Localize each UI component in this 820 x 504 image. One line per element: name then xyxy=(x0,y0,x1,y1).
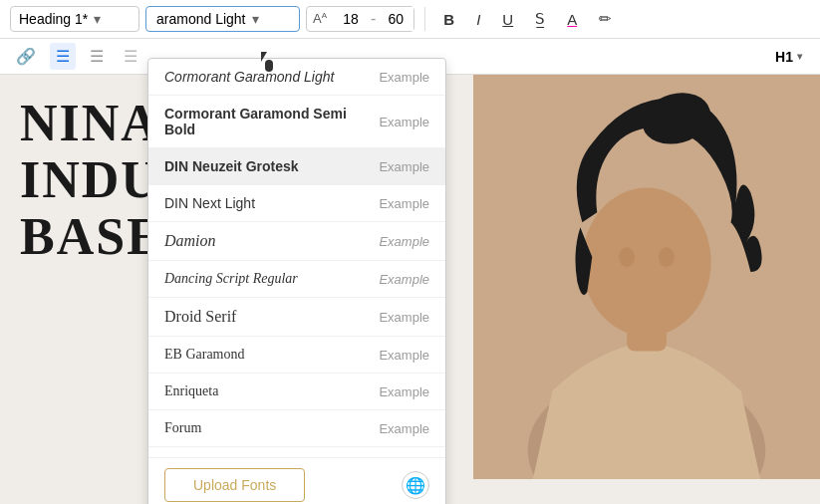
font-example-din-next: Example xyxy=(379,196,429,211)
h1-label: H1 xyxy=(775,49,793,65)
font-example-droid: Example xyxy=(379,310,429,325)
font-example-dancing: Example xyxy=(379,272,429,287)
font-name-enriqueta: Enriqueta xyxy=(164,383,218,399)
font-example-eb: Example xyxy=(379,348,429,363)
font-example-damion: Example xyxy=(379,234,429,249)
font-name-cormorant-semi: Cormorant Garamond Semi Bold xyxy=(164,106,379,137)
font-size-left-input[interactable]: 18 xyxy=(333,7,369,31)
h1-container: H1 ▾ xyxy=(767,45,810,69)
font-item-forum[interactable]: Forum Example xyxy=(148,410,445,447)
svg-point-3 xyxy=(582,188,710,337)
font-list: Cormorant Garamond Light Example Cormora… xyxy=(148,59,445,457)
font-item-dancing[interactable]: Dancing Script Regular Example xyxy=(148,261,445,298)
font-name-forum: Forum xyxy=(164,420,201,436)
font-item-enriqueta[interactable]: Enriqueta Example xyxy=(148,374,445,410)
heading-select-label: Heading 1* xyxy=(19,11,88,27)
align-right-button[interactable]: ☰ xyxy=(118,43,143,70)
align-left-button[interactable]: ☰ xyxy=(50,43,76,70)
font-name-dancing: Dancing Script Regular xyxy=(164,271,298,287)
font-example-din-neuzeit: Example xyxy=(379,159,429,174)
font-example-enriqueta: Example xyxy=(379,384,429,399)
font-item-eb[interactable]: EB Garamond Example xyxy=(148,337,445,374)
font-size-icon: AA xyxy=(307,7,333,30)
font-item-droid[interactable]: Droid Serif Example xyxy=(148,298,445,337)
font-name-din-neuzeit: DIN Neuzeit Grotesk xyxy=(164,158,299,174)
font-item-cormorant-light[interactable]: Cormorant Garamond Light Example xyxy=(148,59,445,96)
font-item-cormorant-semi[interactable]: Cormorant Garamond Semi Bold Example xyxy=(148,96,445,148)
font-item-fredericka[interactable]: Fredericka the Great Example xyxy=(148,447,445,457)
font-item-din-next[interactable]: DIN Next Light Example xyxy=(148,185,445,222)
svg-point-6 xyxy=(659,247,675,267)
font-select-label: aramond Light xyxy=(156,11,246,27)
image-area xyxy=(473,75,820,479)
font-example-cormorant-semi: Example xyxy=(379,115,429,129)
font-name-eb: EB Garamond xyxy=(164,347,244,363)
font-chevron-icon: ▾ xyxy=(252,11,259,27)
upload-fonts-button[interactable]: Upload Fonts xyxy=(164,468,305,502)
strikethrough-button[interactable]: S̲ xyxy=(527,6,553,32)
toolbar-divider-1 xyxy=(424,7,425,31)
font-select[interactable]: aramond Light ▾ xyxy=(145,6,300,32)
font-size-separator: - xyxy=(369,10,378,28)
font-example-forum: Example xyxy=(379,421,429,436)
font-name-damion: Damion xyxy=(164,232,216,250)
highlight-button[interactable]: A xyxy=(559,7,585,32)
font-item-damion[interactable]: Damion Example xyxy=(148,222,445,261)
h1-chevron-icon: ▾ xyxy=(797,51,802,62)
person-image xyxy=(473,75,820,479)
font-name-droid: Droid Serif xyxy=(164,308,236,326)
align-center-button[interactable]: ☰ xyxy=(84,43,110,70)
font-size-container: AA 18 - 60 xyxy=(306,6,414,32)
bold-button[interactable]: B xyxy=(435,7,462,32)
font-example-cormorant-light: Example xyxy=(379,70,429,85)
globe-icon[interactable]: 🌐 xyxy=(402,471,429,499)
font-dropdown: Cormorant Garamond Light Example Cormora… xyxy=(147,58,446,504)
paint-button[interactable]: ✏ xyxy=(591,6,620,32)
upload-section: Upload Fonts 🌐 xyxy=(148,457,445,504)
h1-select[interactable]: H1 ▾ xyxy=(767,45,810,69)
link-button[interactable]: 🔗 xyxy=(10,43,42,70)
font-size-right-input[interactable]: 60 xyxy=(378,7,413,31)
font-item-din-neuzeit[interactable]: DIN Neuzeit Grotesk Example xyxy=(148,148,445,185)
font-name-cormorant-light: Cormorant Garamond Light xyxy=(164,69,334,85)
svg-point-5 xyxy=(619,247,635,267)
toolbar-row1: Heading 1* ▾ aramond Light ▾ AA 18 - 60 … xyxy=(0,0,820,39)
heading-select[interactable]: Heading 1* ▾ xyxy=(10,6,139,32)
italic-button[interactable]: I xyxy=(468,7,488,32)
underline-button[interactable]: U xyxy=(494,7,521,32)
heading-chevron-icon: ▾ xyxy=(94,11,101,27)
font-name-din-next: DIN Next Light xyxy=(164,195,255,211)
